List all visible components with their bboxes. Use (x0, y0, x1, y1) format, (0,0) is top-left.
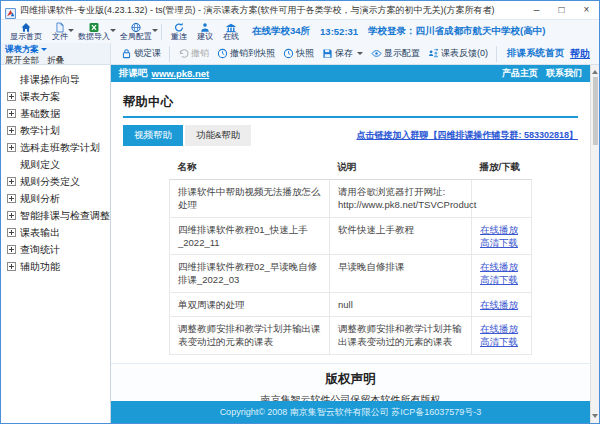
sidebar-item-auxiliary[interactable]: 辅助功能 (7, 258, 110, 275)
video-links (472, 180, 532, 218)
file-button[interactable]: 文件 (47, 20, 73, 44)
data-import-button[interactable]: 数据导入 (73, 20, 115, 44)
hd-download-link[interactable]: 高清下载 (480, 336, 518, 347)
suggestion-button[interactable]: 建议 (192, 20, 218, 44)
tree-item-label: 基础数据 (20, 107, 60, 121)
sidebar-item-timetable-output[interactable]: 课表输出 (7, 224, 110, 241)
suggestion-label: 建议 (197, 33, 213, 42)
expand-plus-icon[interactable] (7, 228, 16, 237)
home-button[interactable]: 显示首页 (5, 20, 47, 44)
online-button[interactable]: 在线 (218, 20, 244, 44)
minimize-button[interactable]: – (524, 1, 549, 19)
timetable-feedback-label: 课表反馈(0) (441, 47, 488, 60)
clock-icon (217, 48, 228, 59)
chevron-down-icon (357, 52, 363, 55)
tree-item-label: 辅助功能 (20, 260, 60, 274)
video-links: 在线播放高清下载 (472, 217, 532, 255)
play-online-link[interactable]: 在线播放 (480, 299, 518, 310)
tab-function-help[interactable]: 功能&帮助 (185, 125, 251, 146)
scheme-panel-header: 课表方案 展开全部 折叠 (1, 43, 111, 64)
sidebar-item-basic-data[interactable]: 基础数据 (7, 105, 110, 122)
close-button[interactable]: × (574, 1, 599, 19)
home-label: 显示首页 (10, 33, 42, 42)
expand-plus-icon[interactable] (7, 245, 16, 254)
copyright-line: 南京集智云软件公司保留本软件所有版权 (111, 392, 590, 401)
video-name: 四维排课软件教程01_快速上手_2022_11 (170, 217, 330, 255)
contact-us-link[interactable]: 联系我们 (546, 67, 582, 80)
hd-download-link[interactable]: 高清下载 (480, 237, 518, 248)
expand-all-button[interactable]: 展开全部 (5, 55, 39, 65)
vertical-scrollbar[interactable] (590, 65, 599, 423)
scheme-dropdown[interactable]: 课表方案 (5, 44, 106, 54)
undo-to-snapshot-button[interactable]: 撤销到快照 (213, 47, 279, 60)
sidebar-item-timetable-scheme[interactable]: 课表方案 (7, 88, 110, 105)
product-home-link[interactable]: 产品主页 (502, 67, 538, 80)
sidebar-item-smart-scheduling[interactable]: 智能排课与检查调整 (7, 207, 110, 224)
expand-plus-icon[interactable] (7, 177, 16, 186)
hd-download-link[interactable]: 高清下载 (480, 274, 518, 285)
snapshot-button[interactable]: 快照 (279, 47, 318, 60)
qq-group-link[interactable]: 点击链接加入群聊【四维排课操作辅导群: 583302818】 (356, 129, 578, 142)
display-config-button[interactable]: 显示配置 (367, 47, 424, 60)
video-links: 在线播放 (472, 292, 532, 316)
online-schools-count: 在线学校34所 (252, 25, 310, 38)
footer-bar: Copyright© 2008 南京集智云软件有限公司 苏ICP备1603757… (111, 401, 590, 423)
expand-plus-icon[interactable] (7, 92, 16, 101)
video-description: 软件快速上手教程 (330, 217, 472, 255)
display-config-label: 显示配置 (384, 47, 420, 60)
video-description: 早读晚自修排课 (330, 255, 472, 293)
copyright-title: 版权声明 (111, 371, 590, 388)
sidebar-item-query-statistics[interactable]: 查询统计 (7, 241, 110, 258)
play-online-link[interactable]: 在线播放 (480, 323, 518, 334)
reconnect-button[interactable]: 重连 (166, 20, 192, 44)
expand-plus-icon[interactable] (7, 194, 16, 203)
sidebar-item-elective-plan[interactable]: 选科走班教学计划 (7, 139, 110, 156)
description-url: http://www.pk8.net/TSVCProduct (338, 198, 463, 211)
tree-item-label: 教学计划 (20, 124, 60, 138)
edit-toolbar: 锁定课 撤销 撤销到快照 快照 保存 显示配置 (111, 43, 599, 64)
sidebar-item-rule-analysis[interactable]: 规则分析 (7, 190, 110, 207)
building-icon (225, 22, 237, 33)
expand-plus-icon[interactable] (7, 143, 16, 152)
table-row: 排课软件中帮助视频无法播放怎么处理 请用谷歌浏览器打开网址:http://www… (170, 180, 532, 218)
video-name: 调整教师安排和教学计划并输出课表变动过的元素的课表 (170, 317, 330, 355)
save-label: 保存 (335, 47, 353, 60)
tab-video-help[interactable]: 视频帮助 (123, 125, 183, 146)
toolbar-separator (496, 46, 497, 62)
scheme-title: 课表方案 (5, 44, 39, 54)
global-config-button[interactable]: 全局配置 (115, 20, 157, 44)
video-name: 单双周课的处理 (170, 292, 330, 316)
status-text: 在线学校34所 13:52:31 学校登录：四川省成都市航天中学校(高中) (252, 25, 545, 38)
sidebar-item-scheduling-wizard[interactable]: 排课操作向导 (7, 71, 110, 88)
maximize-button[interactable]: □ (549, 1, 574, 19)
collapse-button[interactable]: 折叠 (47, 55, 64, 65)
sidebar-item-rule-category[interactable]: 规则分类定义 (7, 173, 110, 190)
undo-button[interactable]: 撤销 (174, 47, 213, 60)
system-home-link[interactable]: 排课系统首页 (501, 47, 570, 60)
expand-plus-icon[interactable] (7, 126, 16, 135)
sidebar-item-rule-definition[interactable]: 规则定义 (7, 156, 110, 173)
app-window: 四维排课软件-专业版(4.23.1.32) - ts(管理员) - 演示课表方案… (0, 0, 600, 424)
play-online-link[interactable]: 在线播放 (480, 224, 518, 235)
save-button[interactable]: 保存 (318, 47, 367, 60)
table-row: 调整教师安排和教学计划并输出课表变动过的元素的课表 调整教师安排和教学计划并输出… (170, 317, 532, 355)
chevron-down-icon (41, 48, 47, 51)
tree-item-label: 规则分类定义 (20, 175, 80, 189)
site-url-link[interactable]: www.pk8.net (152, 68, 210, 79)
expand-plus-icon[interactable] (7, 262, 16, 271)
video-links: 在线播放高清下载 (472, 255, 532, 293)
sidebar-item-teaching-plan[interactable]: 教学计划 (7, 122, 110, 139)
tabs-row: 视频帮助 功能&帮助 点击链接加入群聊【四维排课操作辅导群: 583302818… (123, 125, 578, 146)
data-import-label: 数据导入 (78, 33, 110, 42)
play-online-link[interactable]: 在线播放 (480, 261, 518, 272)
refresh-icon (173, 22, 185, 33)
help-link[interactable]: 帮助 (570, 47, 598, 61)
lock-course-button[interactable]: 锁定课 (117, 47, 165, 60)
expand-plus-icon[interactable] (7, 109, 16, 118)
expand-plus-icon[interactable] (7, 211, 16, 220)
scrollbar-thumb[interactable] (593, 77, 598, 145)
scroll-down-icon[interactable] (592, 414, 598, 418)
main-toolbar: 显示首页 文件 数据导入 全局配置 重连 建议 在线 (1, 19, 599, 43)
timetable-feedback-button[interactable]: 课表反馈(0) (424, 47, 492, 60)
scroll-up-icon[interactable] (592, 70, 598, 74)
